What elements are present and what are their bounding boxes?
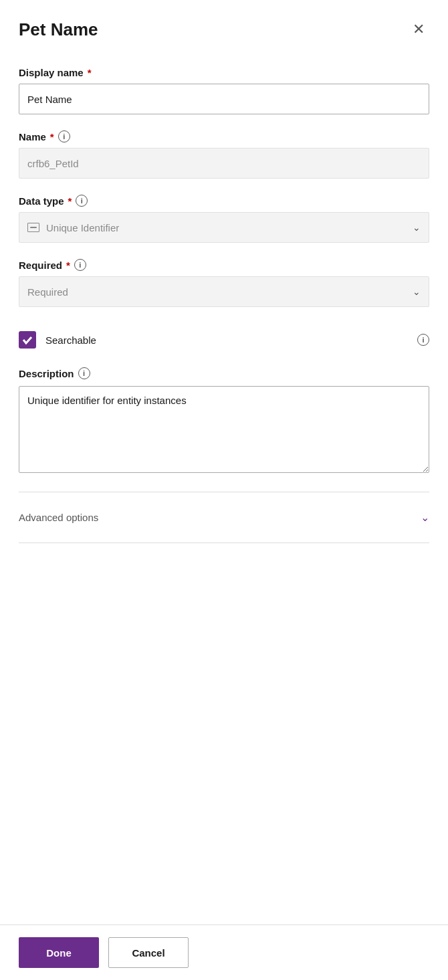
advanced-options-label: Advanced options [19,512,98,523]
divider-top [19,492,429,492]
description-label: Description i [19,367,429,379]
panel-content: Display name * Name * i crfb6_PetId Data… [0,54,448,924]
cancel-button[interactable]: Cancel [108,937,189,968]
searchable-label: Searchable [45,334,408,346]
required-select[interactable]: Required ⌄ [19,276,429,307]
close-button[interactable]: ✕ [408,19,429,40]
searchable-row: Searchable i [19,323,429,357]
panel: Pet Name ✕ Display name * Name * i crfb6… [0,0,448,980]
description-textarea[interactable]: Unique identifier for entity instances [19,386,429,473]
searchable-checkbox[interactable] [19,331,36,349]
description-info-icon[interactable]: i [78,367,90,379]
name-readonly-input: crfb6_PetId [19,148,429,179]
unique-identifier-icon [27,223,39,232]
advanced-options-chevron-icon: ⌄ [421,511,429,524]
searchable-info-icon[interactable]: i [417,334,429,346]
required-star-display-name: * [88,67,92,78]
checkmark-icon [22,334,33,345]
advanced-options-row[interactable]: Advanced options ⌄ [19,498,429,537]
data-type-label: Data type * i [19,195,429,207]
page-title: Pet Name [19,19,98,40]
required-info-icon[interactable]: i [74,259,86,271]
data-type-chevron-icon: ⌄ [413,223,421,231]
display-name-input[interactable] [19,84,429,114]
required-chevron-icon: ⌄ [413,288,421,296]
required-star-name: * [50,131,54,142]
required-star-required: * [66,260,70,271]
name-group: Name * i crfb6_PetId [19,130,429,179]
required-star-data-type: * [68,195,72,207]
description-group: Description i Unique identifier for enti… [19,367,429,476]
data-type-group: Data type * i Unique Identifier ⌄ [19,195,429,243]
name-info-icon[interactable]: i [58,130,70,142]
panel-header: Pet Name ✕ [0,0,448,54]
data-type-select[interactable]: Unique Identifier ⌄ [19,212,429,243]
required-label: Required * i [19,259,429,271]
close-icon: ✕ [413,21,425,38]
divider-bottom [19,543,429,543]
panel-footer: Done Cancel [0,924,448,980]
display-name-label: Display name * [19,67,429,78]
data-type-info-icon[interactable]: i [76,195,88,207]
name-label: Name * i [19,130,429,142]
required-group: Required * i Required ⌄ [19,259,429,307]
done-button[interactable]: Done [19,937,99,968]
display-name-group: Display name * [19,67,429,114]
